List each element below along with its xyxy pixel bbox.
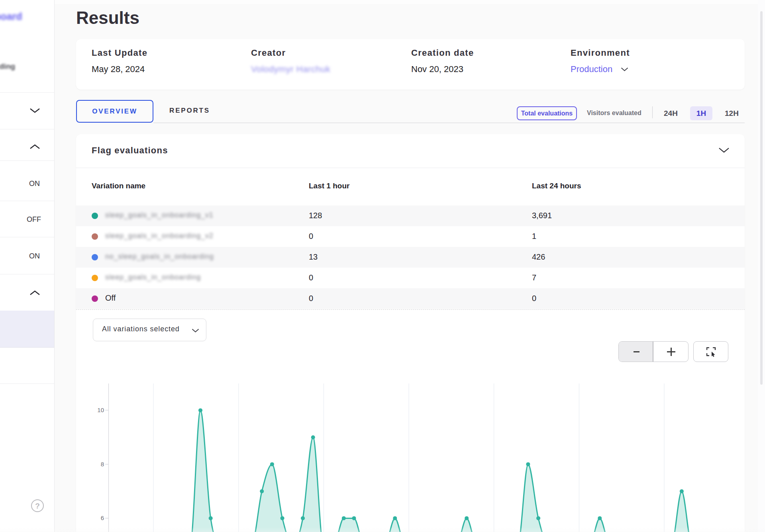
svg-text:10: 10: [97, 407, 104, 413]
svg-text:8: 8: [101, 461, 104, 467]
svg-text:6: 6: [101, 514, 104, 521]
